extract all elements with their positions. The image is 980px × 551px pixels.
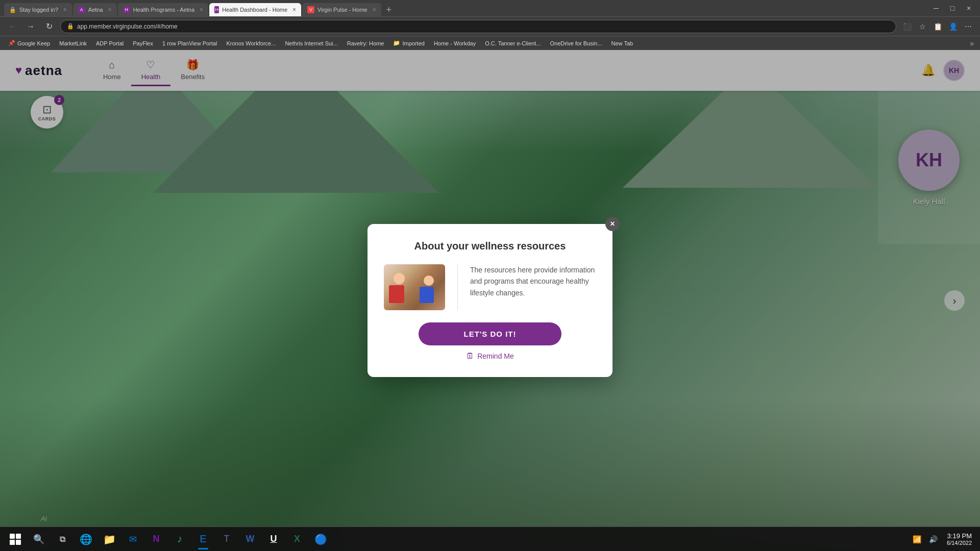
tab-close-btn[interactable]: × [373,6,376,13]
bookmark-favicon: 📁 [393,40,400,46]
edge-button[interactable]: 🌐 [75,528,97,550]
edge-icon: 🌐 [80,533,92,545]
app-area: ♥ aetna ⌂ Home ♡ Health 🎁 Benefits 🔔 [0,50,980,551]
bookmark-payflex[interactable]: PayFlex [129,38,157,49]
bookmark-label: Ravelry: Home [347,40,384,46]
remind-icon: 🗓 [466,352,474,361]
remind-me-label: Remind Me [477,352,514,360]
tab-favicon: H [214,6,219,13]
url-input[interactable]: 🔒 app.member.virginpulse.com/#/home [60,20,896,33]
tab-favicon: H [123,6,130,13]
lock-icon: 🔒 [67,23,74,30]
unify-button[interactable]: U [262,528,285,550]
maximize-button[interactable]: □ [945,3,960,14]
system-tray: 📶 🔊 [909,529,941,549]
minimize-button[interactable]: ─ [929,3,943,14]
modal-image [384,264,445,310]
bookmarks-more-button[interactable]: » [968,39,976,47]
spotify-icon: ♪ [177,533,182,545]
wellness-modal: × About your wellness resources [368,224,612,377]
tab-favicon: V [307,6,314,13]
bookmark-planview[interactable]: 1 row PlanView Portal [158,38,221,49]
tab-virgin-pulse[interactable]: V Virgin Pulse - Home × [302,3,381,16]
spotify-button[interactable]: ♪ [168,528,191,550]
tab-aetna[interactable]: A Aetna × [73,3,117,16]
edge-browser-icon: E [200,533,206,545]
taskbar-right: 📶 🔊 3:19 PM 6/14/2022 [909,529,976,549]
explorer-icon: 📁 [103,533,116,545]
bookmark-marketlink[interactable]: MarketLink [55,38,91,49]
lets-do-it-button[interactable]: LET'S DO IT! [419,322,561,345]
bookmark-kronos[interactable]: Kronos Workforce... [222,38,280,49]
tab-close-btn[interactable]: × [63,6,67,13]
tab-favicon: A [78,6,85,13]
word-button[interactable]: W [239,528,261,550]
close-button[interactable]: × [962,3,976,14]
taskbar-time-display: 3:19 PM [947,532,972,540]
bookmark-new-tab[interactable]: New Tab [607,38,638,49]
mail-button[interactable]: ✉ [121,528,144,550]
remind-me-link[interactable]: 🗓 Remind Me [466,352,514,361]
bookmark-label: Google Keep [17,40,50,46]
excel-button[interactable]: X [286,528,308,550]
explorer-button[interactable]: 📁 [98,528,120,550]
modal-divider [457,264,458,310]
bookmark-google-keep[interactable]: 📌 Google Keep [4,38,54,49]
bookmark-label: OneDrive for Busin... [550,40,602,46]
new-tab-button[interactable]: + [382,3,396,16]
taskbar-clock[interactable]: 3:19 PM 6/14/2022 [943,532,976,546]
bookmark-label: PayFlex [133,40,153,46]
refresh-button[interactable]: ↻ [42,19,56,34]
onenote-button[interactable]: N [145,528,167,550]
bookmark-label: MarketLink [59,40,87,46]
tab-close-btn[interactable]: × [200,6,203,13]
title-bar: 🔒 Stay logged in? × A Aetna × H Health P… [0,0,980,16]
bookmark-label: O.C. Tanner e-Client... [485,40,541,46]
modal-overlay: × About your wellness resources [0,50,980,551]
toolbar-actions: ⬛ ☆ 📋 👤 ⋯ [900,20,975,33]
tab-close-btn[interactable]: × [292,6,296,13]
settings-icon[interactable]: ⋯ [962,20,975,33]
tab-label: Health Dashboard - Home [222,7,287,13]
bookmark-workday[interactable]: Home - Workday [430,38,480,49]
excel-icon: X [294,534,300,544]
bookmark-ravelry[interactable]: Ravelry: Home [343,38,388,49]
volume-icon[interactable]: 🔊 [925,529,941,549]
favorites-icon[interactable]: ☆ [916,20,929,33]
tab-stay-logged-in[interactable]: 🔒 Stay logged in? × [4,3,72,16]
modal-body-text: The resources here provide information a… [470,264,596,298]
forward-button[interactable]: → [23,19,38,34]
bookmark-adp[interactable]: ADP Portal [92,38,128,49]
bookmarks-bar: 📌 Google Keep MarketLink ADP Portal PayF… [0,36,980,50]
network-icon[interactable]: 📶 [909,529,924,549]
tab-label: Health Programs - Aetna [133,7,194,13]
onenote-icon: N [153,534,160,544]
search-taskbar-button[interactable]: 🔍 [28,528,50,550]
browser-frame: 🔒 Stay logged in? × A Aetna × H Health P… [0,0,980,551]
edge-browser-button[interactable]: E [192,528,214,550]
word-icon: W [246,534,255,544]
tab-health-dashboard[interactable]: H Health Dashboard - Home × [209,3,301,16]
modal-body: The resources here provide information a… [384,264,596,310]
extensions-icon[interactable]: ⬛ [900,20,914,33]
bookmark-nethris[interactable]: Nethris Internet Sui... [281,38,341,49]
unify-icon: U [271,534,277,544]
bookmark-imported[interactable]: 📁 Imported [389,38,428,49]
bookmark-onedrive[interactable]: OneDrive for Busin... [546,38,606,49]
tab-close-btn[interactable]: × [108,6,112,13]
address-bar: ← → ↻ 🔒 app.member.virginpulse.com/#/hom… [0,16,980,36]
bookmark-label: New Tab [611,40,633,46]
back-button[interactable]: ← [5,19,19,34]
start-button[interactable] [4,528,27,550]
tab-health-programs[interactable]: H Health Programs - Aetna × [118,3,208,16]
teams-button[interactable]: T [215,528,238,550]
profile-icon[interactable]: 👤 [946,20,960,33]
bookmark-oc-tanner[interactable]: O.C. Tanner e-Client... [481,38,545,49]
collections-icon[interactable]: 📋 [931,20,944,33]
chrome-button[interactable]: 🔵 [309,528,332,550]
tab-label: Virgin Pulse - Home [317,7,368,13]
modal-close-button[interactable]: × [605,217,620,231]
task-view-button[interactable]: ⧉ [51,528,74,550]
url-text: app.member.virginpulse.com/#/home [77,23,178,30]
search-taskbar-icon: 🔍 [33,534,44,545]
